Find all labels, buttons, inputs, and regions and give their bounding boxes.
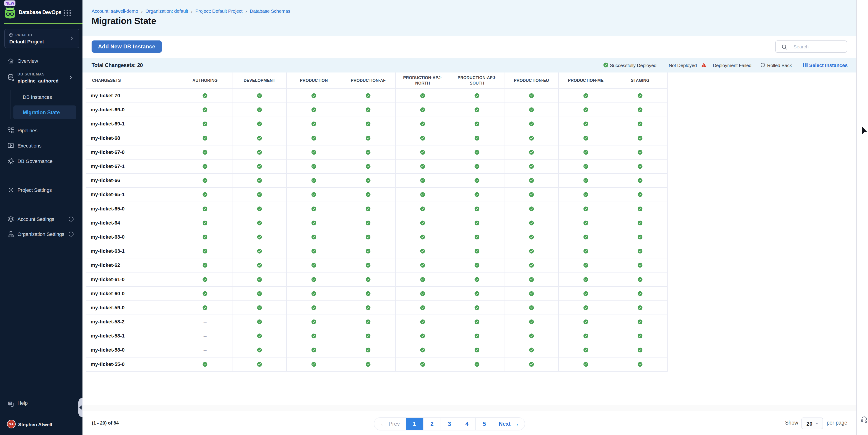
svg-text:?: ? bbox=[9, 402, 11, 405]
